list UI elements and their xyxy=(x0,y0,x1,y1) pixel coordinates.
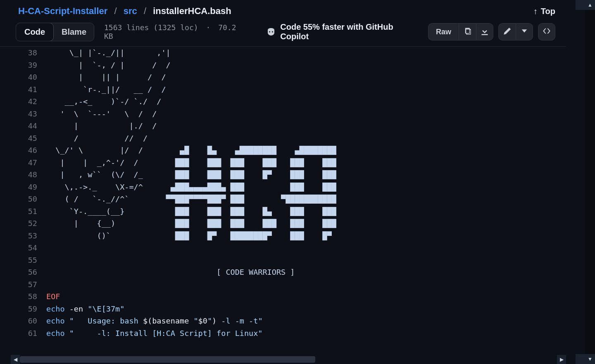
scroll-down-arrow-icon[interactable]: ▼ xyxy=(576,354,595,364)
line-number[interactable]: 60 xyxy=(0,315,37,327)
code-line[interactable]: ()` ███ █▀ ████████▀ ███ █▀ xyxy=(46,230,566,242)
edit-button[interactable] xyxy=(498,23,516,40)
code-line[interactable] xyxy=(46,242,566,254)
line-number[interactable]: 61 xyxy=(0,327,37,340)
line-number[interactable]: 54 xyxy=(0,242,37,254)
line-number[interactable]: 58 xyxy=(0,290,37,303)
breadcrumb-repo-link[interactable]: H-CA-Script-Installer xyxy=(18,6,107,16)
scroll-right-arrow-icon[interactable]: ▶ xyxy=(557,355,566,364)
line-number[interactable]: 42 xyxy=(0,95,37,108)
svg-point-0 xyxy=(269,31,270,32)
download-icon xyxy=(481,27,489,37)
scroll-track[interactable] xyxy=(20,355,557,364)
symbols-button[interactable] xyxy=(538,23,555,40)
line-number[interactable]: 41 xyxy=(0,83,37,96)
arrow-up-icon: ↑ xyxy=(533,7,538,16)
copy-button[interactable] xyxy=(459,23,476,40)
copilot-promo[interactable]: Code 55% faster with GitHub Copilot xyxy=(266,22,422,41)
line-number-gutter: 3839404142434445464748495051525354555657… xyxy=(0,47,46,353)
code-line[interactable]: ( / `-._//^` ▀▀███▀▀▀▀███▀ ███ ▀████████… xyxy=(46,193,566,205)
edit-button-group xyxy=(498,23,533,40)
copilot-icon xyxy=(266,28,276,36)
line-number[interactable]: 56 xyxy=(0,266,37,278)
tab-code[interactable]: Code xyxy=(16,23,54,41)
copilot-promo-text: Code 55% faster with GitHub Copilot xyxy=(280,22,422,41)
code-line[interactable]: \_| |`-._/|| ,'| xyxy=(46,47,566,59)
code-view: 3839404142434445464748495051525354555657… xyxy=(0,47,566,353)
line-number[interactable]: 59 xyxy=(0,303,37,315)
tab-blame[interactable]: Blame xyxy=(53,23,94,41)
scroll-up-arrow-icon[interactable]: ▲ xyxy=(576,0,595,10)
code-line[interactable]: | || | / / xyxy=(46,71,566,83)
breadcrumb: H-CA-Script-Installer / src / installerH… xyxy=(18,6,231,17)
code-line[interactable]: | | _,^-'/ / ███ ███ ███ ███ ███ ███ xyxy=(46,157,566,169)
line-number[interactable]: 55 xyxy=(0,254,37,266)
copy-icon xyxy=(464,27,472,37)
scroll-left-arrow-icon[interactable]: ◀ xyxy=(11,355,20,364)
download-button[interactable] xyxy=(476,23,493,40)
pencil-icon xyxy=(503,27,512,37)
code-line[interactable]: \,.->._ \X-=/^ ▄███▄▄▄▄███▄ ███ ███ ███ xyxy=(46,181,566,193)
line-number[interactable]: 47 xyxy=(0,157,37,169)
code-line[interactable]: __,-<_ )`-/ `./ / xyxy=(46,95,566,108)
code-line[interactable]: echo " Usage: bash $(basename "$0") -l -… xyxy=(46,315,566,327)
file-toolbar: Code Blame 1563 lines (1325 loc) · 70.2 … xyxy=(0,22,566,47)
chevron-down-icon xyxy=(520,27,528,37)
line-number[interactable]: 57 xyxy=(0,278,37,291)
code-line[interactable]: echo " -l: Install [H:CA Script] for Lin… xyxy=(46,327,566,340)
code-line[interactable]: `Y-.____(__} ███ ███ ███ █▄ ███ ███ xyxy=(46,205,566,218)
code-symbol-icon xyxy=(543,27,551,37)
code-line[interactable]: echo -en "\E[37m" xyxy=(46,303,566,315)
view-mode-segmented: Code Blame xyxy=(16,23,94,41)
code-line[interactable] xyxy=(46,254,566,266)
scroll-thumb[interactable] xyxy=(20,356,315,363)
code-line[interactable]: / // / xyxy=(46,132,566,145)
line-number[interactable]: 49 xyxy=(0,181,37,193)
line-number[interactable]: 40 xyxy=(0,71,37,83)
jump-to-top-label: Top xyxy=(541,7,555,16)
line-number[interactable]: 45 xyxy=(0,132,37,145)
jump-to-top-button[interactable]: ↑ Top xyxy=(533,7,555,16)
raw-button[interactable]: Raw xyxy=(428,23,459,40)
code-line[interactable]: | {__) ███ ███ ███ ███ ███ ███ xyxy=(46,217,566,230)
svg-point-1 xyxy=(272,31,273,32)
line-number[interactable]: 52 xyxy=(0,217,37,230)
breadcrumb-folder-link[interactable]: src xyxy=(124,6,137,16)
code-line[interactable]: \_/' \ |/ / ▄█ █▄ ▄████████ ▄████████ xyxy=(46,144,566,157)
breadcrumb-file: installerHCA.bash xyxy=(153,6,231,16)
line-number[interactable]: 38 xyxy=(0,47,37,59)
code-line[interactable]: ' \ `---' \ / / xyxy=(46,108,566,120)
line-number[interactable]: 46 xyxy=(0,144,37,157)
line-number[interactable]: 48 xyxy=(0,169,37,181)
raw-button-group: Raw xyxy=(428,23,493,40)
line-number[interactable]: 39 xyxy=(0,59,37,71)
line-number[interactable]: 53 xyxy=(0,230,37,242)
file-stats-separator: · xyxy=(206,23,210,32)
horizontal-scrollbar[interactable]: ◀ ▶ xyxy=(11,355,566,364)
line-number[interactable]: 50 xyxy=(0,193,37,205)
code-content[interactable]: \_| |`-._/|| ,'| | `-, / | / / | || | / … xyxy=(46,47,566,353)
code-line[interactable] xyxy=(46,278,566,291)
line-number[interactable]: 51 xyxy=(0,205,37,218)
file-stats: 1563 lines (1325 loc) · 70.2 KB xyxy=(104,23,248,40)
page-vertical-scrollbar[interactable]: ▲ ▼ xyxy=(585,0,595,364)
code-line[interactable]: `r-._||/ __ / / xyxy=(46,83,566,96)
edit-more-button[interactable] xyxy=(516,23,533,40)
breadcrumb-separator: / xyxy=(144,6,146,16)
code-line[interactable]: | , w`` (\/ /_ ███ ███ ███ █▀ ███ ███ xyxy=(46,169,566,181)
line-number[interactable]: 44 xyxy=(0,120,37,132)
code-line[interactable]: | `-, / | / / xyxy=(46,59,566,71)
line-number[interactable]: 43 xyxy=(0,108,37,120)
breadcrumb-separator: / xyxy=(114,6,117,16)
code-line[interactable]: | |./ / xyxy=(46,120,566,132)
file-stats-lines: 1563 lines (1325 loc) xyxy=(104,23,198,32)
code-line[interactable]: EOF xyxy=(46,290,566,303)
code-line[interactable]: [ CODE WARRIORS ] xyxy=(46,266,566,278)
